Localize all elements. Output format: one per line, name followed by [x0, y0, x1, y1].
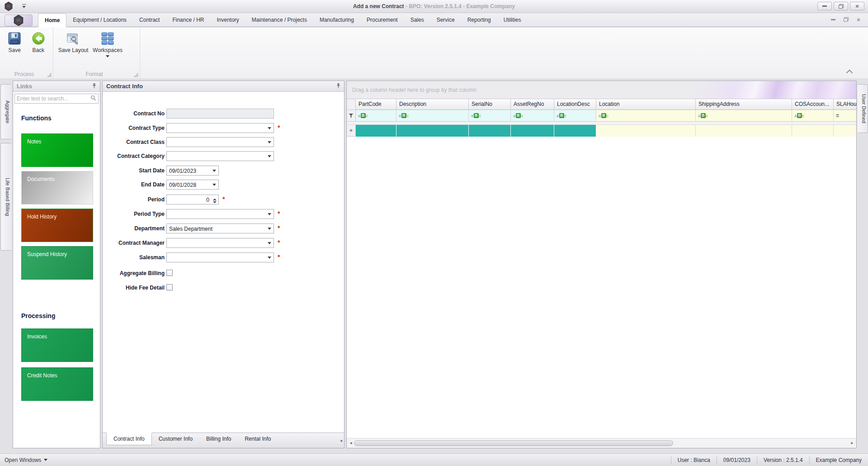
filter-cell-slahour[interactable]: = [834, 110, 857, 122]
save-button[interactable]: Save [3, 29, 27, 53]
new-row-cell-cosaccoun[interactable] [792, 125, 834, 137]
filter-cell-description[interactable]: aBc [396, 110, 469, 122]
ribbon-tab-reporting[interactable]: Reporting [461, 13, 497, 27]
link-button-hold-history[interactable]: Hold History [21, 209, 93, 242]
form-tab-rental-info[interactable]: Rental Info [238, 433, 278, 446]
chevron-down-icon [211, 181, 218, 189]
column-header-partcode[interactable]: PartCode [356, 99, 396, 110]
form-row-aggregate-billing: Aggregate Billing [103, 268, 344, 279]
quick-access-dropdown[interactable] [22, 4, 27, 9]
spin-down-button[interactable] [212, 200, 218, 204]
column-header-locationdesc[interactable]: LocationDesc [554, 99, 596, 110]
new-row-cell-locationdesc[interactable] [554, 125, 596, 137]
column-header-description[interactable]: Description [396, 99, 469, 110]
filter-cell-partcode[interactable]: aBc [356, 110, 396, 122]
link-button-notes[interactable]: Notes [21, 133, 93, 167]
scroll-right-icon[interactable]: ▸ [849, 440, 855, 446]
link-button-suspend-history[interactable]: Suspend History [21, 246, 93, 280]
column-header-assetregno[interactable]: AssetRegNo [511, 99, 554, 110]
scrollbar-thumb[interactable] [354, 440, 673, 446]
application-menu-button[interactable] [5, 14, 33, 26]
save-layout-button[interactable]: Save Layout [56, 29, 90, 53]
new-row-cell-description[interactable] [396, 125, 469, 137]
grid-empty-area[interactable] [347, 137, 856, 438]
dialog-launcher-icon[interactable] [134, 73, 138, 77]
side-tab-aggregate[interactable]: Aggregate [0, 84, 11, 139]
period-spinner[interactable]: 0 [166, 195, 219, 204]
spin-up-button[interactable] [212, 195, 218, 200]
filter-cell-location[interactable]: aBc [596, 110, 696, 122]
column-header-location[interactable]: Location [596, 99, 696, 110]
dialog-launcher-icon[interactable] [47, 73, 51, 77]
scroll-left-icon[interactable]: ◂ [348, 440, 354, 446]
filter-cell-shippingaddress[interactable]: aBc [696, 110, 792, 122]
start-date-select[interactable]: 09/01/2023 [166, 166, 219, 176]
abc-filter-icon: aBc [794, 113, 804, 118]
workspaces-button[interactable]: Workspaces [90, 29, 125, 59]
contract-manager-select[interactable] [166, 238, 274, 248]
pin-icon[interactable] [336, 83, 340, 90]
contract-class-select[interactable] [166, 137, 274, 147]
filter-indicator-cell[interactable] [347, 110, 356, 122]
ribbon-tab-manufacturing[interactable]: Manufacturing [313, 13, 360, 27]
ribbon-tab-finance-hr[interactable]: Finance / HR [166, 13, 210, 27]
mdi-minimize-button[interactable] [830, 16, 836, 23]
ribbon-tab-equipment-locations[interactable]: Equipment / Locations [66, 13, 133, 27]
mdi-close-button[interactable]: × [855, 16, 862, 23]
column-header-serialno[interactable]: SerialNo [469, 99, 511, 110]
end-date-select[interactable]: 09/01/2028 [166, 180, 219, 190]
minimize-button[interactable] [817, 2, 832, 10]
close-button[interactable]: × [850, 2, 864, 10]
restore-button[interactable] [834, 2, 848, 10]
search-input[interactable] [17, 95, 90, 102]
ribbon-tab-maintenance-projects[interactable]: Maintenance / Projects [245, 13, 313, 27]
filter-cell-assetregno[interactable]: aBc [511, 110, 554, 122]
link-button-invoices[interactable]: Invoices [21, 328, 93, 362]
group-by-bar[interactable]: Drag a column header here to group by th… [347, 81, 856, 99]
ribbon-tab-procurement[interactable]: Procurement [360, 13, 404, 27]
hide-fee-detail-checkbox[interactable] [166, 284, 173, 290]
side-tab-user-defined[interactable]: User Defined [858, 84, 868, 133]
chevron-down-icon [266, 224, 273, 233]
new-row-cell-assetregno[interactable] [511, 125, 554, 137]
contract-type-select[interactable] [166, 123, 274, 133]
new-row-cell-location[interactable] [596, 125, 696, 137]
ribbon-tab-inventory[interactable]: Inventory [210, 13, 245, 27]
collapse-ribbon-button[interactable] [845, 69, 854, 75]
form-tab-billing-info[interactable]: Billing Info [199, 433, 238, 446]
column-header-cosaccoun[interactable]: COSAccoun... [792, 99, 834, 110]
form-tab-contract-info[interactable]: Contract Info [106, 433, 152, 445]
salesman-select[interactable] [166, 252, 274, 262]
form-tab-customer-info[interactable]: Customer Info [152, 433, 199, 446]
contract-no-field[interactable] [166, 109, 274, 119]
aggregate-billing-checkbox[interactable] [166, 270, 173, 276]
section-header-functions: Functions [21, 114, 100, 122]
link-button-documents[interactable]: Documents [21, 171, 93, 204]
ribbon-tab-contract[interactable]: Contract [133, 13, 166, 27]
period-type-select[interactable] [166, 209, 274, 219]
field-value [167, 152, 274, 153]
filter-cell-serialno[interactable]: aBc [469, 110, 511, 122]
column-header-shippingaddress[interactable]: ShippingAddress [696, 99, 792, 110]
mdi-restore-button[interactable] [843, 16, 849, 23]
new-row-cell-serialno[interactable] [469, 125, 511, 137]
new-row-cell-slahour[interactable] [834, 125, 857, 137]
column-header-slahour[interactable]: SLAHour [834, 99, 857, 110]
tab-scroll-left-icon[interactable]: ◂ [340, 438, 342, 443]
link-button-credit-notes[interactable]: Credit Notes [21, 367, 93, 401]
search-icon[interactable] [90, 95, 96, 102]
ribbon-tab-service[interactable]: Service [430, 13, 461, 27]
department-select[interactable]: Sales Department [166, 223, 274, 233]
open-windows-button[interactable]: Open Windows [0, 457, 47, 463]
filter-cell-cosaccoun[interactable]: aBc [792, 110, 834, 122]
contract-category-select[interactable] [166, 151, 274, 161]
new-row-cell-shippingaddress[interactable] [696, 125, 792, 137]
side-tab-life-based-billing[interactable]: Life Based Billing [0, 143, 11, 251]
ribbon-tab-home[interactable]: Home [38, 13, 66, 27]
ribbon-tab-utilities[interactable]: Utilities [497, 13, 528, 27]
new-row-cell-partcode[interactable] [356, 125, 396, 137]
pin-icon[interactable] [92, 83, 96, 90]
back-button[interactable]: Back [27, 29, 51, 53]
filter-cell-locationdesc[interactable]: aBc [554, 110, 596, 122]
ribbon-tab-sales[interactable]: Sales [404, 13, 430, 27]
